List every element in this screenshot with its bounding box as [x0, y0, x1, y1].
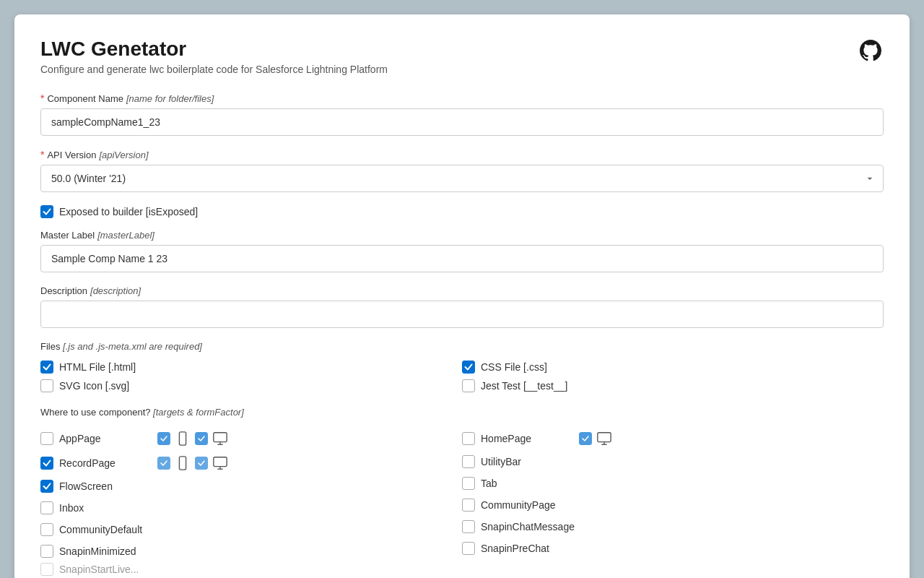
phone-icon: [175, 431, 191, 447]
tab-row: Tab: [462, 473, 884, 494]
github-link[interactable]: [858, 38, 884, 64]
flowscreen-label: FlowScreen: [59, 480, 146, 492]
exposed-checkbox[interactable]: [40, 205, 53, 218]
communitypage-row: CommunityPage: [462, 494, 884, 516]
api-version-select[interactable]: 50.0 (Winter '21): [40, 165, 884, 192]
master-label-group: Master Label [masterLabel]: [40, 230, 884, 272]
apppage-row: AppPage: [40, 426, 462, 451]
app-subtitle: Configure and generate lwc boilerplate c…: [40, 64, 388, 75]
tab-label: Tab: [481, 478, 567, 489]
description-input[interactable]: [40, 301, 884, 328]
snapinminimized-checkbox[interactable]: [40, 545, 53, 558]
flowscreen-row: FlowScreen: [40, 475, 462, 497]
utilitybar-row: UtilityBar: [462, 451, 884, 473]
css-label: CSS File [.css]: [481, 361, 547, 373]
snapinprechat-checkbox[interactable]: [462, 542, 475, 555]
snapinchatmessage-row: SnapinChatMessage: [462, 516, 884, 538]
required-star2: *: [40, 149, 44, 160]
homepage-row: HomePage: [462, 426, 884, 451]
jest-file-row: Jest Test [__test__]: [462, 379, 884, 392]
utilitybar-checkbox[interactable]: [462, 455, 475, 468]
partial-label: SnapinStartLive...: [59, 564, 146, 575]
homepage-label: HomePage: [481, 433, 567, 444]
html-file-row: HTML File [.html]: [40, 361, 462, 374]
html-label: HTML File [.html]: [59, 361, 136, 373]
phone-icon2: [175, 455, 191, 471]
check-icon: [43, 459, 51, 467]
desktop-icon2: [212, 455, 228, 471]
partial-row: SnapinStartLive...: [40, 562, 462, 577]
recordpage-label: RecordPage: [59, 457, 146, 469]
header: LWC Genetator Configure and generate lwc…: [40, 38, 884, 75]
svg-file-row: SVG Icon [.svg]: [40, 379, 462, 392]
check-icon: [43, 363, 51, 371]
targets-left: AppPage: [40, 426, 462, 577]
svg-checkbox[interactable]: [40, 379, 53, 392]
api-version-wrapper: 50.0 (Winter '21): [40, 165, 884, 192]
svg-label: SVG Icon [.svg]: [59, 380, 129, 392]
svg-rect-5: [179, 457, 186, 470]
tab-checkbox[interactable]: [462, 477, 475, 490]
communitypage-checkbox[interactable]: [462, 499, 475, 512]
apppage-checkbox[interactable]: [40, 432, 53, 445]
component-name-label: * Component Name [name for folder/files]: [40, 92, 884, 104]
homepage-icons: [579, 431, 612, 447]
svg-rect-10: [598, 433, 611, 442]
check-icon: [582, 435, 589, 442]
check-icon: [43, 207, 51, 216]
partial-checkbox[interactable]: [40, 563, 53, 576]
recordpage-checkbox[interactable]: [40, 457, 53, 470]
css-checkbox[interactable]: [462, 361, 475, 374]
header-left: LWC Genetator Configure and generate lwc…: [40, 38, 388, 75]
svg-rect-0: [179, 432, 186, 445]
check-icon: [160, 435, 167, 442]
snapinchatmessage-label: SnapinChatMessage: [481, 521, 575, 532]
jest-checkbox[interactable]: [462, 379, 475, 392]
utilitybar-label: UtilityBar: [481, 456, 567, 467]
inbox-label: Inbox: [59, 502, 146, 514]
files-label: Files [.js and .js-meta.xml are required…: [40, 341, 884, 352]
communitydefault-row: CommunityDefault: [40, 519, 462, 540]
component-name-input[interactable]: [40, 108, 884, 136]
homepage-mobile-checkbox[interactable]: [579, 432, 592, 445]
desktop-icon3: [596, 431, 612, 447]
required-star: *: [40, 92, 44, 104]
app-title: LWC Genetator: [40, 38, 388, 61]
files-grid: HTML File [.html] CSS File [.css] SVG Ic…: [40, 361, 884, 392]
main-card: LWC Genetator Configure and generate lwc…: [14, 14, 910, 578]
check-icon: [160, 460, 167, 467]
svg-rect-2: [214, 433, 227, 442]
communitydefault-label: CommunityDefault: [59, 524, 146, 535]
targets-grid: AppPage: [40, 426, 884, 577]
apppage-label: AppPage: [59, 433, 146, 444]
master-label-input[interactable]: [40, 245, 884, 272]
apppage-icons: [157, 431, 228, 447]
recordpage-desktop-checkbox[interactable]: [195, 457, 208, 470]
description-label: Description [description]: [40, 285, 884, 296]
recordpage-mobile-checkbox[interactable]: [157, 457, 170, 470]
master-label-label: Master Label [masterLabel]: [40, 230, 884, 241]
homepage-checkbox[interactable]: [462, 432, 475, 445]
form-section: * Component Name [name for folder/files]…: [40, 92, 884, 577]
description-group: Description [description]: [40, 285, 884, 328]
check-icon: [198, 435, 205, 442]
api-version-label: * API Version [apiVersion]: [40, 149, 884, 160]
targets-section: Where to use component? [targets & formF…: [40, 407, 884, 577]
component-name-group: * Component Name [name for folder/files]: [40, 92, 884, 136]
exposed-label: Exposed to builder [isExposed]: [59, 206, 198, 217]
html-checkbox[interactable]: [40, 361, 53, 374]
snapinchatmessage-checkbox[interactable]: [462, 520, 475, 533]
apppage-mobile-checkbox[interactable]: [157, 432, 170, 445]
inbox-checkbox[interactable]: [40, 501, 53, 514]
desktop-icon: [212, 431, 228, 447]
apppage-desktop-checkbox[interactable]: [195, 432, 208, 445]
exposed-row: Exposed to builder [isExposed]: [40, 205, 884, 218]
files-group: Files [.js and .js-meta.xml are required…: [40, 341, 884, 392]
targets-label: Where to use component? [targets & formF…: [40, 407, 884, 418]
check-icon: [464, 363, 473, 371]
communitydefault-checkbox[interactable]: [40, 523, 53, 536]
flowscreen-checkbox[interactable]: [40, 480, 53, 493]
snapinminimized-row: SnapinMinimized: [40, 540, 462, 562]
snapinprechat-label: SnapinPreChat: [481, 543, 567, 554]
svg-rect-7: [214, 457, 227, 467]
